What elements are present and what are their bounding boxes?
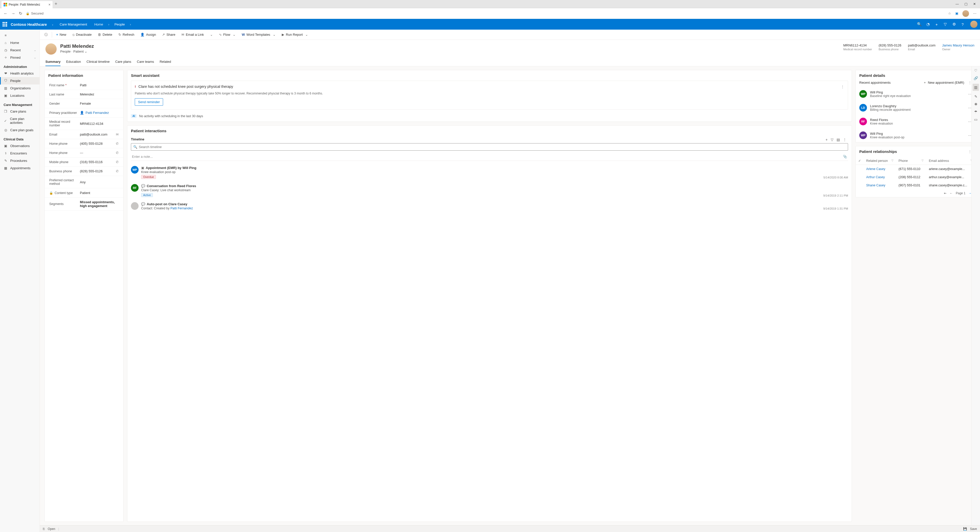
- close-window-icon[interactable]: ✕: [973, 2, 976, 6]
- form-row[interactable]: 🔒Content typePatient: [45, 188, 123, 198]
- form-row[interactable]: Preferred contact methodAny: [45, 176, 123, 188]
- col-related-person[interactable]: Related person▽: [864, 157, 896, 165]
- sidebar-item-procedures[interactable]: ✎Procedures: [0, 157, 40, 164]
- browser-menu-icon[interactable]: ⋯: [973, 11, 977, 15]
- header-field[interactable]: patti@outlook.comEmail: [908, 43, 935, 51]
- task-icon[interactable]: ◔: [925, 22, 931, 27]
- rel-name[interactable]: Shane Casey: [864, 181, 896, 190]
- popout-icon[interactable]: ⎘: [43, 527, 45, 531]
- tab-care-teams[interactable]: Care teams: [137, 58, 154, 66]
- action-icon[interactable]: ✉: [116, 132, 119, 136]
- header-field[interactable]: (828) 555-0126Business phone: [879, 43, 901, 51]
- breadcrumb-home[interactable]: Home: [94, 22, 103, 26]
- header-field[interactable]: James Maury HensonOwner: [942, 43, 974, 51]
- sidebar-recent[interactable]: ◷Recent⌄: [0, 46, 40, 54]
- rail-heart-icon[interactable]: ♡: [974, 68, 977, 73]
- pager-first-icon[interactable]: ⇤: [944, 191, 947, 195]
- cmd-refresh[interactable]: ↻Refresh: [116, 31, 137, 38]
- maximize-icon[interactable]: ▢: [964, 2, 967, 6]
- timeline-add-icon[interactable]: +: [824, 136, 829, 143]
- sidebar-collapse[interactable]: ≡: [0, 32, 40, 39]
- rail-umbrella-icon[interactable]: ☂: [974, 110, 977, 114]
- more-icon[interactable]: ⋯: [968, 134, 972, 137]
- filter-icon[interactable]: ▽: [921, 159, 924, 162]
- chevron-down-icon[interactable]: ⌄: [52, 23, 54, 26]
- sidebar-pinned[interactable]: ✧Pinned⌄: [0, 54, 40, 61]
- extension-icon[interactable]: ▣: [955, 11, 958, 15]
- more-icon[interactable]: ⋯: [968, 120, 972, 124]
- rel-name[interactable]: Arthur Casey: [864, 173, 896, 181]
- plus-icon[interactable]: +: [924, 81, 926, 84]
- form-row[interactable]: Medical record numberMRN6112-4134: [45, 118, 123, 130]
- sidebar-item-observations[interactable]: ▣Observations: [0, 142, 40, 150]
- form-row[interactable]: Home phone---✆: [45, 148, 123, 158]
- back-button[interactable]: ←: [3, 11, 8, 16]
- minimize-icon[interactable]: —: [956, 2, 959, 6]
- footer-open[interactable]: Open: [48, 527, 55, 531]
- form-row[interactable]: Mobile phone(316) 555-0116✆: [45, 158, 123, 167]
- timeline-sort-icon[interactable]: ▤: [835, 136, 842, 143]
- url-box[interactable]: 🔒 Secured: [26, 11, 945, 15]
- refresh-button[interactable]: ↻: [19, 11, 22, 16]
- cmd-overflow[interactable]: ⌄: [207, 31, 215, 38]
- chevron-down-icon[interactable]: ⌄: [34, 56, 36, 59]
- favorite-icon[interactable]: ☆: [948, 11, 951, 15]
- chevron-down-icon[interactable]: ⌄: [34, 49, 36, 52]
- tab-education[interactable]: Education: [66, 58, 81, 66]
- col-email[interactable]: Email address▽: [926, 157, 975, 165]
- record-subtitle[interactable]: People · Patient ⌄: [60, 49, 94, 53]
- form-row[interactable]: Last nameMelendez: [45, 90, 123, 99]
- sidebar-item-appointments[interactable]: ▦Appointments: [0, 164, 40, 172]
- save-icon[interactable]: 💾: [963, 527, 967, 531]
- appointment-item[interactable]: WP Will PingBaseline right eye evaluatio…: [856, 87, 975, 101]
- sidebar-home[interactable]: ⌂Home: [0, 39, 40, 46]
- area-name[interactable]: Care Management: [60, 22, 87, 26]
- cmd-delete[interactable]: 🗑Delete: [95, 31, 115, 38]
- rail-virus-icon[interactable]: ❋: [974, 102, 977, 106]
- action-icon[interactable]: ✆: [116, 142, 119, 145]
- cmd-word-templates[interactable]: WWord Templates⌄: [239, 31, 278, 38]
- rail-edit-icon[interactable]: ✎: [974, 94, 977, 99]
- settings-icon[interactable]: ⚙: [951, 22, 956, 27]
- form-row[interactable]: First name*Patti: [45, 81, 123, 90]
- new-tab-button[interactable]: +: [55, 1, 57, 6]
- sidebar-item-locations[interactable]: ▣Locations: [0, 92, 40, 99]
- cmd-share[interactable]: ↗Share: [159, 31, 178, 38]
- timeline-more-icon[interactable]: ⋮: [842, 136, 848, 143]
- appointment-item[interactable]: LD Lorenzo DaughtryBilling reconcile app…: [856, 101, 975, 115]
- action-icon[interactable]: ✆: [116, 169, 119, 173]
- tab-related[interactable]: Related: [159, 58, 171, 66]
- select-all-checkbox[interactable]: ✓: [856, 157, 864, 165]
- user-avatar[interactable]: [970, 21, 977, 28]
- cmd-flow[interactable]: ∿Flow⌄: [216, 31, 238, 38]
- table-row[interactable]: Shane Casey(907) 555-0101shane.casey@exa…: [856, 181, 975, 190]
- sidebar-item-care-plans[interactable]: ❒Care plans: [0, 108, 40, 115]
- cmd-email-link[interactable]: ✉Email a Link: [179, 31, 207, 38]
- cmd-assign[interactable]: 👤Assign: [138, 31, 159, 38]
- cmd-new[interactable]: +New: [54, 31, 69, 38]
- header-field[interactable]: MRN6112-4134Medical record number: [843, 43, 872, 51]
- pager-prev-icon[interactable]: ←: [950, 191, 953, 195]
- sidebar-item-care-goals[interactable]: ◎Care plan goals: [0, 126, 40, 134]
- filter-icon[interactable]: ▽: [891, 159, 894, 162]
- more-icon[interactable]: ⋯: [968, 106, 972, 110]
- help-icon[interactable]: ?: [960, 22, 965, 27]
- sidebar-item-health-analytics[interactable]: ❤Health analytics: [0, 70, 40, 77]
- rail-link-icon[interactable]: 🔗: [974, 76, 978, 80]
- attachment-icon[interactable]: 📎: [843, 155, 847, 159]
- form-row[interactable]: Primary practitioner👤Patti Fernandez: [45, 108, 123, 118]
- app-launcher-icon[interactable]: [3, 22, 7, 27]
- app-name[interactable]: Contoso Healthcare: [11, 22, 47, 27]
- rail-money-icon[interactable]: ▭: [974, 118, 977, 121]
- action-icon[interactable]: ✆: [116, 151, 119, 155]
- form-row[interactable]: SegmentsMissed appointments, high engage…: [45, 198, 123, 210]
- new-appointment-button[interactable]: New appointment (EMR): [928, 81, 964, 84]
- alert-menu-icon[interactable]: ⋮: [841, 85, 844, 89]
- send-reminder-button[interactable]: Send reminder: [135, 98, 163, 106]
- forward-button[interactable]: →: [11, 11, 15, 16]
- col-phone[interactable]: Phone▽: [896, 157, 926, 165]
- table-row[interactable]: Arlene Casey(671) 555-0110arlene.casey@e…: [856, 165, 975, 173]
- tab-clinical-timeline[interactable]: Clinical timeline: [86, 58, 110, 66]
- action-icon[interactable]: ✆: [116, 160, 119, 164]
- form-row[interactable]: Emailpatti@outlook.com✉: [45, 130, 123, 139]
